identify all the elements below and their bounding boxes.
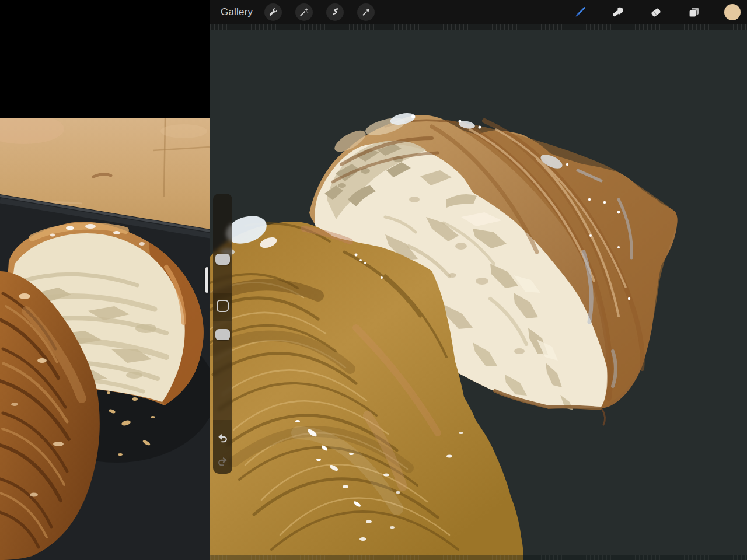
brush-sidebar xyxy=(213,194,232,474)
undo-button[interactable] xyxy=(216,432,229,445)
tool-group-right xyxy=(550,4,741,20)
brush-icon xyxy=(573,5,587,19)
toolbar: Gallery xyxy=(210,0,747,24)
split-view-divider-handle[interactable] xyxy=(205,267,208,293)
opacity-slider[interactable] xyxy=(215,329,230,340)
modify-button[interactable] xyxy=(217,300,229,312)
magic-wand-icon xyxy=(299,7,309,18)
brush-size-slider[interactable] xyxy=(215,254,230,265)
adjustments-button[interactable] xyxy=(295,4,313,21)
screen: Gallery xyxy=(0,0,747,560)
eraser-icon xyxy=(649,5,663,19)
selection-button[interactable] xyxy=(326,4,344,21)
artwork-canvas[interactable] xyxy=(210,24,747,560)
transform-button[interactable] xyxy=(357,4,375,21)
smudge-button[interactable] xyxy=(610,5,626,20)
wrench-icon xyxy=(268,7,278,18)
layers-icon xyxy=(687,5,701,19)
actions-button[interactable] xyxy=(264,4,282,21)
layers-button[interactable] xyxy=(686,5,701,20)
paint-button[interactable] xyxy=(573,5,588,20)
erase-button[interactable] xyxy=(648,5,664,20)
reference-photo xyxy=(0,118,210,560)
canvas-edge-ticks-bottom xyxy=(210,555,747,560)
drawing-app-window: Gallery xyxy=(210,0,747,560)
reference-panel xyxy=(0,0,210,560)
smudge-finger-icon xyxy=(611,5,625,19)
transform-arrow-icon xyxy=(361,7,371,18)
canvas-edge-ticks-top xyxy=(210,24,747,30)
reference-letterbox xyxy=(0,0,210,118)
selection-s-icon xyxy=(330,7,340,18)
gallery-button[interactable]: Gallery xyxy=(221,6,253,18)
redo-button[interactable] xyxy=(216,455,229,468)
color-swatch[interactable] xyxy=(724,4,741,20)
